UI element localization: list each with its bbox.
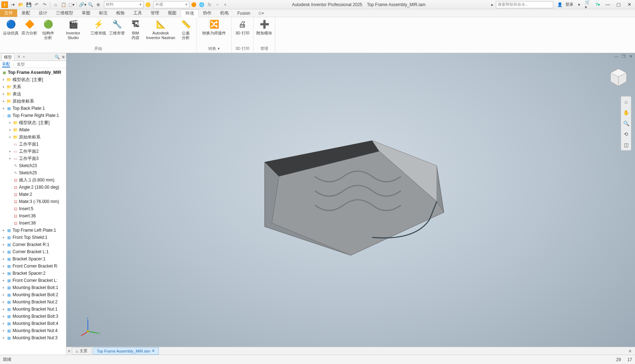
select-icon[interactable]: ⬚▾ xyxy=(68,1,75,8)
login-label[interactable]: 登录 xyxy=(565,2,573,7)
tree-row[interactable]: +📁iMate xyxy=(0,126,66,133)
tree-row[interactable]: +📁原始坐标系 xyxy=(0,98,66,105)
nav-home-icon[interactable]: ⌂ xyxy=(622,98,630,106)
view-cube[interactable] xyxy=(608,67,629,88)
tree-row[interactable]: -▦Top Frame Right Plate:1 xyxy=(0,112,66,119)
browser-menu-icon[interactable]: ≡ xyxy=(62,55,65,60)
menu-tab-环境[interactable]: 环境 xyxy=(181,9,199,17)
tree-twisty-icon[interactable]: - xyxy=(1,114,5,118)
tree-twisty-icon[interactable]: + xyxy=(1,257,5,261)
tree-row[interactable]: +📁表达 xyxy=(0,90,66,98)
tree-row[interactable]: +▦Mounting Bracket Nut:1 xyxy=(0,306,66,313)
tree-row[interactable]: +▦Front Top Shield:1 xyxy=(0,234,66,241)
close-button[interactable]: ✕ xyxy=(625,1,634,8)
ribbon-button[interactable]: 📏公差分析 xyxy=(177,18,194,40)
tree-twisty-icon[interactable]: + xyxy=(1,228,5,232)
tree-twisty-icon[interactable]: + xyxy=(1,307,5,311)
menu-tab-检验[interactable]: 检验 xyxy=(112,9,129,17)
vp-restore-icon[interactable]: ❐ xyxy=(621,54,626,59)
tree-row[interactable]: +📁原始坐标系 xyxy=(0,133,66,141)
measure-icon[interactable]: 🔍 xyxy=(87,1,94,8)
doctab-active[interactable]: Top Frame Assembly_MIR.iam ✕ xyxy=(93,348,159,355)
tree-twisty-icon[interactable]: + xyxy=(1,85,5,89)
redo-icon[interactable]: ↷ xyxy=(41,1,48,8)
ribbon-button[interactable]: 🎬InventorStudio xyxy=(58,18,88,40)
doctab-close-icon[interactable]: ✕ xyxy=(152,349,155,353)
ribbon-button[interactable]: ⚡三维布线 xyxy=(90,18,107,36)
tree-row[interactable]: +▦Top Frame Left Plate:1 xyxy=(0,227,66,234)
tree-row[interactable]: ⊡Angle:2 (180.00 deg) xyxy=(0,184,66,191)
tree-twisty-icon[interactable]: + xyxy=(1,264,5,268)
tree-twisty-icon[interactable]: + xyxy=(1,250,5,254)
maximize-button[interactable]: ▢ xyxy=(614,1,623,8)
customize-icon[interactable]: ▾ xyxy=(222,1,229,8)
menu-tab-草图[interactable]: 草图 xyxy=(77,9,95,17)
tree-row[interactable]: +▦Bracket Spacer:2 xyxy=(0,270,66,277)
tree-row[interactable]: +▦Front Corner Bracket L: xyxy=(0,277,66,284)
tree-twisty-icon[interactable]: + xyxy=(1,243,5,247)
tree-twisty-icon[interactable]: + xyxy=(1,107,5,110)
plus-icon[interactable]: + xyxy=(214,1,221,8)
tree-root[interactable]: ▣ Top Frame Assembly_MIR xyxy=(0,69,66,76)
tree-row[interactable]: ⊡Mate:2 xyxy=(0,191,66,198)
tree-row[interactable]: +📁模型状态: [主要] xyxy=(0,119,66,126)
tree-row[interactable]: +▦Corner Bracket L:1 xyxy=(0,248,66,255)
tree-twisty-icon[interactable]: + xyxy=(1,336,5,340)
vp-minimize-icon[interactable]: — xyxy=(613,54,619,59)
ribbon-button[interactable]: 📐Autodesk Inventor Nastran xyxy=(146,18,176,40)
ribbon-button[interactable]: 🟢结构件分析 xyxy=(39,18,57,40)
tree-twisty-icon[interactable]: + xyxy=(1,329,5,333)
material-icon[interactable]: ⊗ xyxy=(95,1,102,8)
tree-twisty-icon[interactable]: + xyxy=(1,286,5,290)
collaborate-icon[interactable]: ⊙▾ xyxy=(258,11,264,16)
help-search[interactable]: 搜索帮助和命令... xyxy=(496,1,553,8)
tree-row[interactable]: +📁关系 xyxy=(0,83,66,90)
tree-twisty-icon[interactable]: + xyxy=(1,279,5,283)
tree-row[interactable]: ✎Sketch25 xyxy=(0,169,66,176)
appearance-adjust-icon[interactable]: 🟠 xyxy=(190,1,197,8)
tree-twisty-icon[interactable]: + xyxy=(1,99,5,103)
tree-row[interactable]: +▭工作平面2 xyxy=(0,148,66,155)
menu-tab-视图[interactable]: 视图 xyxy=(164,9,181,17)
menu-tab-Fusion[interactable]: Fusion xyxy=(233,9,255,17)
tree-row[interactable]: +▦Mounting Bracket Bolt:3 xyxy=(0,313,66,320)
tree-twisty-icon[interactable]: + xyxy=(1,322,5,326)
globe-icon[interactable]: 🌐 xyxy=(198,1,205,8)
browser-tab-model[interactable]: 模型 xyxy=(1,53,14,61)
ribbon-button[interactable]: 🏗BIM内容 xyxy=(127,18,144,40)
tree-row[interactable]: +▦Corner Bracket R:1 xyxy=(0,241,66,248)
material-combo[interactable]: 材料▾ xyxy=(104,1,143,8)
tree-row[interactable]: ▭工作平面1 xyxy=(0,141,66,148)
tree-row[interactable]: +▦Mounting Bracket Bolt:1 xyxy=(0,284,66,291)
tree-row[interactable]: ⊡Insert:36 xyxy=(0,212,66,219)
tree-twisty-icon[interactable]: + xyxy=(1,293,5,297)
doctab-list-icon[interactable]: ≡ xyxy=(68,349,70,354)
minimize-button[interactable]: — xyxy=(603,1,612,8)
tree-row[interactable]: ⊡插入:1 (0.800 mm) xyxy=(0,176,66,184)
cart-icon[interactable]: 🛒▾ xyxy=(585,1,592,8)
user-icon[interactable]: 👤 xyxy=(556,1,563,8)
ribbon-button[interactable]: ➕附加模块 xyxy=(256,18,273,36)
save-icon[interactable]: 💾 xyxy=(25,1,32,8)
tree-row[interactable]: +▦Mounting Bracket Bolt:2 xyxy=(0,291,66,298)
tree-twisty-icon[interactable]: + xyxy=(1,236,5,240)
tree-row[interactable]: +▦Mounting Bracket Nut:3 xyxy=(0,334,66,341)
tree-twisty-icon[interactable]: + xyxy=(8,121,12,125)
search-go-icon[interactable]: ▸ xyxy=(489,1,496,8)
tree-twisty-icon[interactable]: + xyxy=(1,300,5,304)
browser-search-icon[interactable]: 🔍 xyxy=(55,55,60,60)
tree-row[interactable]: +▦Bracket Spacer:1 xyxy=(0,255,66,263)
tree-twisty-icon[interactable]: + xyxy=(1,271,5,275)
tree-twisty-icon[interactable]: + xyxy=(1,92,5,96)
tree-twisty-icon[interactable]: + xyxy=(1,78,5,82)
clipboard-icon[interactable]: 📋 xyxy=(60,1,67,8)
menu-tab-标注[interactable]: 标注 xyxy=(95,9,112,17)
tree-row[interactable]: +▦Top Back Plate:1 xyxy=(0,105,66,112)
undo-icon[interactable]: ↶ xyxy=(33,1,40,8)
browser-tab-add-icon[interactable]: + xyxy=(23,55,25,60)
tree-row[interactable]: ⊡Insert:38 xyxy=(0,219,66,227)
model-tree[interactable]: ▣ Top Frame Assembly_MIR +📁模型状态: [主要]+📁关… xyxy=(0,68,66,355)
ribbon-button[interactable]: 🔧三维布管 xyxy=(108,18,125,36)
tree-row[interactable]: ✎Sketch23 xyxy=(0,162,66,169)
login-dropdown-icon[interactable]: ▾ xyxy=(575,1,583,8)
